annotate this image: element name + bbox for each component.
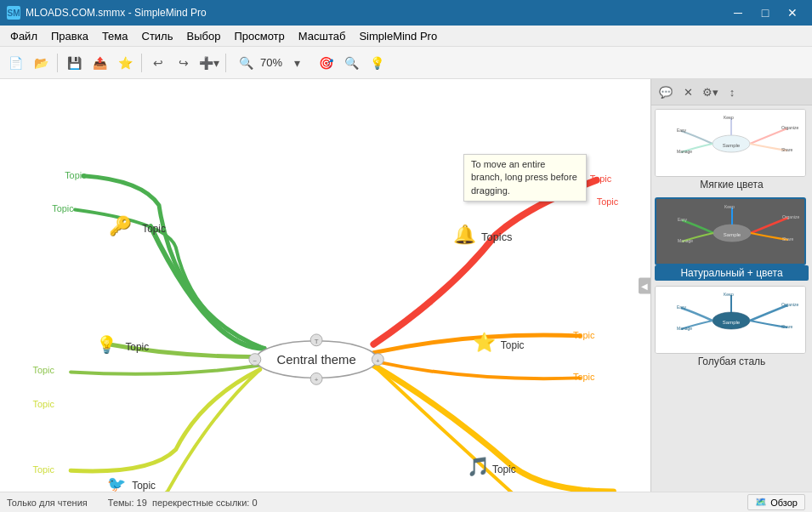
menu-view[interactable]: Просмотр (227, 26, 291, 46)
panel-chat-icon[interactable]: 💬 (656, 82, 675, 101)
svg-text:Central theme: Central theme (277, 353, 356, 367)
window-title: MLOADS.COM.smmx - SimpleMind Pro (26, 7, 207, 19)
menu-style[interactable]: Стиль (135, 26, 180, 46)
theme-item-soft[interactable]: Sample Easy Manage Organize Share Keep (655, 109, 809, 192)
theme-label-steel: Голубая сталь (655, 354, 809, 369)
panel-close-icon[interactable]: ✕ (679, 82, 697, 101)
theme-item-steel[interactable]: Sample Easy Manage Organize Share Keep Г… (655, 286, 809, 369)
tooltip-box: To move an entire branch, long press bef… (463, 154, 587, 202)
menu-file[interactable]: Файл (3, 26, 44, 46)
menu-select[interactable]: Выбор (179, 26, 227, 46)
svg-text:Topic: Topic (573, 486, 595, 492)
svg-text:Topic: Topic (65, 170, 87, 180)
main-area: Central theme − T + + Topic Topic 🔑 Topi… (0, 79, 812, 492)
window-controls[interactable]: ─ □ ✕ (725, 0, 805, 26)
search-button[interactable]: 🔍 (339, 51, 363, 75)
svg-text:Sample: Sample (724, 232, 741, 237)
zoom-fit-button[interactable]: 🔍 (234, 51, 258, 75)
svg-text:Topic: Topic (125, 341, 149, 353)
svg-text:Topic: Topic (492, 464, 516, 475)
zoom-area: 🔍 70% ▾ (230, 51, 312, 75)
svg-text:Easy: Easy (678, 217, 688, 222)
title-bar: SM MLOADS.COM.smmx - SimpleMind Pro ─ □ … (0, 0, 812, 26)
theme-preview-soft[interactable]: Sample Easy Manage Organize Share Keep (655, 109, 806, 177)
svg-text:Organize: Organize (781, 302, 799, 307)
status-bar: Только для чтения Темы: 19 перекрестные … (0, 492, 812, 512)
svg-text:Topic: Topic (33, 399, 55, 409)
svg-text:🔔: 🔔 (453, 223, 477, 246)
maximize-button[interactable]: □ (752, 0, 778, 26)
menu-zoom[interactable]: Масштаб (292, 26, 353, 46)
minimize-button[interactable]: ─ (725, 0, 751, 26)
separator-1 (57, 54, 58, 72)
overview-button[interactable]: 🗺️ Обзор (747, 494, 805, 510)
svg-text:Keep: Keep (724, 292, 734, 297)
panel-settings-icon[interactable]: ⚙▾ (701, 82, 719, 101)
svg-text:🎵: 🎵 (467, 455, 491, 478)
zoom-dropdown[interactable]: ▾ (285, 51, 309, 75)
readonly-status: Только для чтения (7, 498, 88, 508)
zoom-level: 70% (260, 56, 282, 69)
toolbar: 📄 📂 💾 📤 ⭐ ↩ ↪ ➕▾ 🔍 70% ▾ 🎯 🔍 💡 (0, 47, 812, 79)
svg-text:Topics: Topics (481, 230, 512, 243)
status-left: Только для чтения Темы: 19 перекрестные … (7, 498, 258, 508)
mindmap-canvas: Central theme − T + + Topic Topic 🔑 Topi… (0, 79, 650, 492)
svg-text:Topic: Topic (501, 339, 525, 351)
close-button[interactable]: ✕ (780, 0, 805, 26)
menu-bar: Файл Правка Тема Стиль Выбор Просмотр Ма… (0, 26, 812, 47)
svg-text:Share: Share (781, 324, 793, 329)
svg-text:Keep: Keep (724, 204, 735, 209)
svg-text:Topic: Topic (33, 365, 55, 375)
theme-list[interactable]: Sample Easy Manage Organize Share Keep (651, 105, 812, 492)
export-button[interactable]: 📤 (88, 51, 111, 75)
svg-text:Topic: Topic (590, 174, 612, 184)
theme-preview-natural[interactable]: Sample Easy Manage Organize Share Keep (655, 197, 806, 265)
title-bar-left: SM MLOADS.COM.smmx - SimpleMind Pro (7, 6, 207, 20)
panel-header: 💬 ✕ ⚙▾ ↕ (651, 79, 812, 105)
svg-text:⭐: ⭐ (473, 331, 497, 354)
svg-text:T: T (315, 338, 319, 345)
theme-item-natural[interactable]: Sample Easy Manage Organize Share Keep Н… (655, 197, 809, 281)
add-button[interactable]: ➕▾ (197, 51, 221, 75)
separator-3 (225, 54, 226, 72)
menu-simplemind[interactable]: SimpleMind Pro (352, 26, 444, 46)
svg-text:Topic: Topic (597, 196, 619, 207)
svg-text:🔑: 🔑 (109, 214, 133, 237)
svg-text:+: + (315, 376, 319, 384)
theme-preview-steel[interactable]: Sample Easy Manage Organize Share Keep (655, 286, 806, 354)
svg-text:+: + (376, 357, 380, 365)
separator-2 (141, 54, 142, 72)
app-icon: SM (7, 6, 20, 20)
redo-button[interactable]: ↪ (172, 51, 196, 75)
status-right[interactable]: 🗺️ Обзор (747, 494, 805, 510)
light-button[interactable]: 💡 (365, 51, 389, 75)
target-button[interactable]: 🎯 (314, 51, 338, 75)
svg-text:Topic: Topic (52, 203, 74, 213)
tooltip-text: To move an entire branch, long press bef… (471, 159, 577, 196)
svg-text:Manage: Manage (677, 149, 692, 154)
svg-text:Topic: Topic (132, 480, 156, 492)
svg-text:Topic: Topic (33, 464, 55, 475)
theme-label-soft: Мягкие цвета (655, 177, 809, 192)
panel-sort-icon[interactable]: ↕ (723, 82, 741, 101)
right-panel: 💬 ✕ ⚙▾ ↕ Sample (650, 79, 812, 492)
menu-theme[interactable]: Тема (95, 26, 135, 46)
svg-text:🐦: 🐦 (107, 475, 127, 492)
scroll-hint[interactable]: ◀ (639, 277, 650, 293)
new-button[interactable]: 📄 (3, 51, 27, 75)
svg-text:−: − (253, 357, 258, 365)
menu-edit[interactable]: Правка (44, 26, 95, 46)
svg-text:Topic: Topic (142, 223, 166, 235)
svg-text:Keep: Keep (724, 115, 734, 120)
open-button[interactable]: 📂 (29, 51, 53, 75)
star-button[interactable]: ⭐ (113, 51, 137, 75)
save-button[interactable]: 💾 (62, 51, 86, 75)
svg-text:Share: Share (782, 236, 794, 242)
svg-text:💡: 💡 (96, 334, 117, 355)
canvas-area[interactable]: Central theme − T + + Topic Topic 🔑 Topi… (0, 79, 650, 492)
svg-text:Topic: Topic (573, 330, 595, 340)
undo-button[interactable]: ↩ (146, 51, 170, 75)
svg-text:Organize: Organize (781, 125, 799, 130)
overview-label: Обзор (770, 498, 798, 508)
svg-text:Manage: Manage (677, 326, 692, 331)
